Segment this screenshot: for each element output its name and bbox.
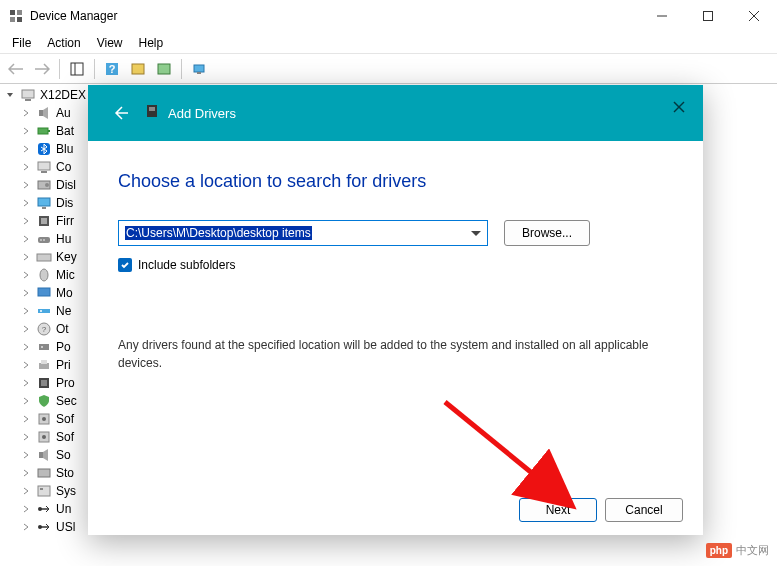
menu-help[interactable]: Help	[131, 34, 172, 52]
svg-text:?: ?	[42, 325, 47, 334]
software-icon	[36, 429, 52, 445]
chevron-right-icon[interactable]	[20, 377, 32, 389]
chevron-right-icon[interactable]	[20, 485, 32, 497]
svg-rect-36	[38, 288, 50, 296]
chevron-right-icon[interactable]	[20, 125, 32, 137]
chevron-right-icon[interactable]	[20, 521, 32, 533]
tree-item-label: Au	[56, 106, 71, 120]
chevron-right-icon[interactable]	[20, 503, 32, 515]
cancel-button[interactable]: Cancel	[605, 498, 683, 522]
chevron-down-icon[interactable]	[4, 89, 16, 101]
menu-action[interactable]: Action	[39, 34, 88, 52]
monitor-icon	[36, 285, 52, 301]
chevron-right-icon[interactable]	[20, 413, 32, 425]
path-combobox[interactable]: C:\Users\M\Desktop\desktop items	[118, 220, 488, 246]
watermark-badge: php	[706, 543, 732, 558]
svg-rect-12	[132, 64, 144, 74]
forward-button[interactable]	[30, 57, 54, 81]
mouse-icon	[36, 267, 52, 283]
chevron-right-icon[interactable]	[20, 449, 32, 461]
svg-rect-23	[41, 171, 47, 173]
maximize-button[interactable]	[685, 0, 731, 32]
chevron-right-icon[interactable]	[20, 161, 32, 173]
tree-item-label: So	[56, 448, 71, 462]
include-subfolders-checkbox[interactable]: Include subfolders	[118, 258, 673, 272]
help-button[interactable]: ?	[100, 57, 124, 81]
menubar: File Action View Help	[0, 32, 777, 54]
back-button[interactable]	[4, 57, 28, 81]
watermark-text: 中文网	[736, 543, 769, 558]
toolbar-icon-1[interactable]	[126, 57, 150, 81]
svg-rect-13	[158, 64, 170, 74]
chevron-right-icon[interactable]	[20, 233, 32, 245]
svg-rect-42	[41, 346, 43, 348]
chevron-right-icon[interactable]	[20, 323, 32, 335]
tree-item-label: Sof	[56, 412, 74, 426]
chevron-right-icon[interactable]	[20, 269, 32, 281]
window-controls	[639, 0, 777, 32]
svg-rect-37	[38, 309, 50, 313]
dialog-body: Choose a location to search for drivers …	[88, 141, 703, 485]
tree-item-label: Key	[56, 250, 77, 264]
dialog-heading: Choose a location to search for drivers	[118, 171, 673, 192]
chevron-right-icon[interactable]	[20, 341, 32, 353]
chevron-right-icon[interactable]	[20, 143, 32, 155]
tree-item-label: Po	[56, 340, 71, 354]
svg-rect-17	[25, 99, 31, 101]
svg-rect-8	[71, 63, 83, 75]
svg-rect-19	[38, 128, 48, 134]
browse-button[interactable]: Browse...	[504, 220, 590, 246]
svg-rect-54	[40, 488, 43, 490]
svg-rect-20	[48, 130, 50, 132]
close-button[interactable]	[731, 0, 777, 32]
other-icon: ?	[36, 321, 52, 337]
chevron-right-icon[interactable]	[20, 179, 32, 191]
menu-file[interactable]: File	[4, 34, 39, 52]
svg-rect-18	[39, 110, 43, 116]
processor-icon	[36, 375, 52, 391]
tree-item-label: Un	[56, 502, 71, 516]
svg-rect-52	[38, 469, 50, 477]
chevron-right-icon[interactable]	[20, 395, 32, 407]
toolbar: ?	[0, 54, 777, 84]
usb-icon	[36, 519, 52, 535]
chevron-right-icon[interactable]	[20, 467, 32, 479]
driver-disk-icon	[144, 103, 160, 123]
svg-rect-16	[22, 90, 34, 98]
network-icon	[36, 303, 52, 319]
chevron-right-icon[interactable]	[20, 359, 32, 371]
scan-hardware-button[interactable]	[187, 57, 211, 81]
svg-rect-5	[704, 12, 713, 21]
tree-item-label: USl	[56, 520, 75, 534]
app-icon	[8, 8, 24, 24]
chevron-right-icon[interactable]	[20, 251, 32, 263]
titlebar: Device Manager	[0, 0, 777, 32]
bluetooth-icon	[36, 141, 52, 157]
chevron-right-icon[interactable]	[20, 197, 32, 209]
show-hide-button[interactable]	[65, 57, 89, 81]
chevron-right-icon[interactable]	[20, 305, 32, 317]
svg-rect-26	[38, 198, 50, 206]
svg-rect-51	[39, 452, 43, 458]
dialog-close-button[interactable]	[667, 95, 691, 119]
speaker-icon	[36, 105, 52, 121]
menu-view[interactable]: View	[89, 34, 131, 52]
dialog-back-button[interactable]	[104, 97, 136, 129]
chevron-right-icon[interactable]	[20, 107, 32, 119]
computer-icon	[36, 159, 52, 175]
chevron-down-icon[interactable]	[471, 231, 481, 236]
tree-item-label: Dis	[56, 196, 73, 210]
tree-item-label: Co	[56, 160, 71, 174]
toolbar-icon-2[interactable]	[152, 57, 176, 81]
chevron-right-icon[interactable]	[20, 287, 32, 299]
minimize-button[interactable]	[639, 0, 685, 32]
tree-item-label: Disl	[56, 178, 76, 192]
tree-item-label: Firr	[56, 214, 74, 228]
svg-rect-1	[17, 10, 22, 15]
tree-item-label: Mic	[56, 268, 75, 282]
tree-item-label: Sec	[56, 394, 77, 408]
chevron-right-icon[interactable]	[20, 431, 32, 443]
tree-item-label: Pri	[56, 358, 71, 372]
chevron-right-icon[interactable]	[20, 215, 32, 227]
tree-item-label: Ot	[56, 322, 69, 336]
